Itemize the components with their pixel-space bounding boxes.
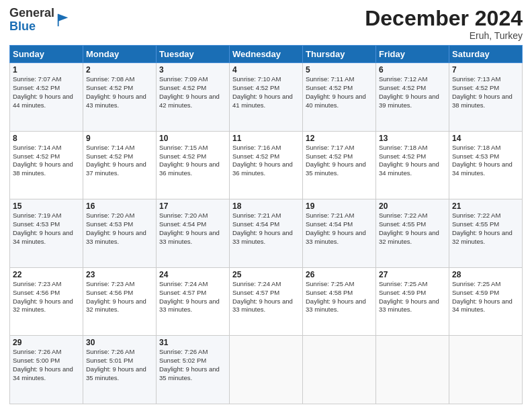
calendar-cell: 22Sunrise: 7:23 AM Sunset: 4:56 PM Dayli… [10,267,83,336]
calendar-cell: 31Sunrise: 7:26 AM Sunset: 5:02 PM Dayli… [157,336,230,404]
logo-flag-icon [56,13,71,28]
calendar-cell: 23Sunrise: 7:23 AM Sunset: 4:56 PM Dayli… [83,267,157,336]
day-info: Sunrise: 7:14 AM Sunset: 4:52 PM Dayligh… [86,144,153,178]
day-number: 12 [306,134,373,143]
day-number: 3 [159,65,226,75]
calendar-cell: 18Sunrise: 7:21 AM Sunset: 4:54 PM Dayli… [230,199,303,268]
day-info: Sunrise: 7:24 AM Sunset: 4:57 PM Dayligh… [159,280,226,314]
day-number: 2 [86,65,153,75]
calendar-cell: 7Sunrise: 7:13 AM Sunset: 4:52 PM Daylig… [449,63,523,132]
logo: General Blue [9,7,71,34]
calendar-cell: 2Sunrise: 7:08 AM Sunset: 4:52 PM Daylig… [83,63,157,132]
calendar-cell: 26Sunrise: 7:25 AM Sunset: 4:58 PM Dayli… [303,267,376,336]
day-number: 22 [13,270,80,279]
col-header-tuesday: Tuesday [157,46,230,63]
calendar-cell [449,336,523,404]
calendar-cell: 29Sunrise: 7:26 AM Sunset: 5:00 PM Dayli… [10,336,83,404]
day-number: 8 [13,134,80,143]
day-number: 9 [86,134,153,143]
day-number: 1 [13,65,80,75]
col-header-saturday: Saturday [449,46,523,63]
calendar-cell: 12Sunrise: 7:17 AM Sunset: 4:52 PM Dayli… [303,131,376,199]
day-info: Sunrise: 7:15 AM Sunset: 4:52 PM Dayligh… [159,144,226,178]
calendar-cell: 8Sunrise: 7:14 AM Sunset: 4:52 PM Daylig… [10,131,83,199]
calendar-cell: 19Sunrise: 7:21 AM Sunset: 4:54 PM Dayli… [303,199,376,268]
day-number: 6 [379,65,446,75]
day-info: Sunrise: 7:22 AM Sunset: 4:55 PM Dayligh… [452,212,519,246]
day-info: Sunrise: 7:18 AM Sunset: 4:52 PM Dayligh… [379,144,446,178]
calendar-cell: 17Sunrise: 7:20 AM Sunset: 4:54 PM Dayli… [157,199,230,268]
header: General Blue December 2024 Eruh, Turkey [9,7,523,41]
day-number: 7 [452,65,519,75]
day-info: Sunrise: 7:23 AM Sunset: 4:56 PM Dayligh… [86,280,153,314]
col-header-wednesday: Wednesday [230,46,303,63]
day-number: 26 [306,270,373,279]
calendar-cell: 14Sunrise: 7:18 AM Sunset: 4:53 PM Dayli… [449,131,523,199]
day-info: Sunrise: 7:13 AM Sunset: 4:52 PM Dayligh… [452,75,519,109]
day-number: 20 [379,201,446,211]
calendar-cell: 4Sunrise: 7:10 AM Sunset: 4:52 PM Daylig… [230,63,303,132]
title-area: December 2024 Eruh, Turkey [365,7,523,41]
day-info: Sunrise: 7:11 AM Sunset: 4:52 PM Dayligh… [306,75,373,109]
calendar-cell: 21Sunrise: 7:22 AM Sunset: 4:55 PM Dayli… [449,199,523,268]
day-number: 28 [452,270,519,279]
day-number: 15 [13,201,80,211]
calendar-cell: 15Sunrise: 7:19 AM Sunset: 4:53 PM Dayli… [10,199,83,268]
calendar-cell: 9Sunrise: 7:14 AM Sunset: 4:52 PM Daylig… [83,131,157,199]
logo-text-block: General Blue [9,7,54,34]
location: Eruh, Turkey [365,30,523,41]
col-header-monday: Monday [83,46,157,63]
day-number: 19 [306,201,373,211]
day-number: 10 [159,134,226,143]
calendar-cell [230,336,303,404]
day-info: Sunrise: 7:19 AM Sunset: 4:53 PM Dayligh… [13,212,80,246]
calendar-cell: 25Sunrise: 7:24 AM Sunset: 4:57 PM Dayli… [230,267,303,336]
calendar-cell: 27Sunrise: 7:25 AM Sunset: 4:59 PM Dayli… [376,267,449,336]
calendar-cell: 24Sunrise: 7:24 AM Sunset: 4:57 PM Dayli… [157,267,230,336]
day-number: 4 [232,65,300,75]
day-number: 5 [306,65,373,75]
col-header-friday: Friday [376,46,449,63]
day-info: Sunrise: 7:26 AM Sunset: 5:02 PM Dayligh… [159,348,226,382]
page: General Blue December 2024 Eruh, Turkey … [0,0,532,411]
day-number: 31 [159,338,226,347]
day-info: Sunrise: 7:26 AM Sunset: 5:00 PM Dayligh… [13,348,80,382]
logo-general: General Blue [9,6,54,33]
calendar-cell: 5Sunrise: 7:11 AM Sunset: 4:52 PM Daylig… [303,63,376,132]
day-number: 21 [452,201,519,211]
day-number: 30 [86,338,153,347]
day-info: Sunrise: 7:26 AM Sunset: 5:01 PM Dayligh… [86,348,153,382]
calendar-cell [376,336,449,404]
day-info: Sunrise: 7:14 AM Sunset: 4:52 PM Dayligh… [13,144,80,178]
calendar-cell [303,336,376,404]
day-number: 29 [13,338,80,347]
day-info: Sunrise: 7:18 AM Sunset: 4:53 PM Dayligh… [452,144,519,178]
day-info: Sunrise: 7:20 AM Sunset: 4:54 PM Dayligh… [159,212,226,246]
day-info: Sunrise: 7:25 AM Sunset: 4:58 PM Dayligh… [306,280,373,314]
calendar-cell: 6Sunrise: 7:12 AM Sunset: 4:52 PM Daylig… [376,63,449,132]
day-info: Sunrise: 7:24 AM Sunset: 4:57 PM Dayligh… [232,280,300,314]
day-number: 18 [232,201,300,211]
col-header-thursday: Thursday [303,46,376,63]
calendar-cell: 13Sunrise: 7:18 AM Sunset: 4:52 PM Dayli… [376,131,449,199]
day-info: Sunrise: 7:20 AM Sunset: 4:53 PM Dayligh… [86,212,153,246]
calendar-cell: 20Sunrise: 7:22 AM Sunset: 4:55 PM Dayli… [376,199,449,268]
day-number: 11 [232,134,300,143]
day-number: 17 [159,201,226,211]
day-info: Sunrise: 7:22 AM Sunset: 4:55 PM Dayligh… [379,212,446,246]
day-info: Sunrise: 7:16 AM Sunset: 4:52 PM Dayligh… [232,144,300,178]
day-info: Sunrise: 7:25 AM Sunset: 4:59 PM Dayligh… [379,280,446,314]
day-info: Sunrise: 7:08 AM Sunset: 4:52 PM Dayligh… [86,75,153,109]
day-info: Sunrise: 7:21 AM Sunset: 4:54 PM Dayligh… [232,212,300,246]
calendar-cell: 1Sunrise: 7:07 AM Sunset: 4:52 PM Daylig… [10,63,83,132]
day-number: 16 [86,201,153,211]
calendar-cell: 30Sunrise: 7:26 AM Sunset: 5:01 PM Dayli… [83,336,157,404]
calendar-cell: 11Sunrise: 7:16 AM Sunset: 4:52 PM Dayli… [230,131,303,199]
day-info: Sunrise: 7:12 AM Sunset: 4:52 PM Dayligh… [379,75,446,109]
day-number: 23 [86,270,153,279]
month-title: December 2024 [365,7,523,30]
day-number: 24 [159,270,226,279]
day-info: Sunrise: 7:17 AM Sunset: 4:52 PM Dayligh… [306,144,373,178]
day-info: Sunrise: 7:10 AM Sunset: 4:52 PM Dayligh… [232,75,300,109]
day-info: Sunrise: 7:25 AM Sunset: 4:59 PM Dayligh… [452,280,519,314]
